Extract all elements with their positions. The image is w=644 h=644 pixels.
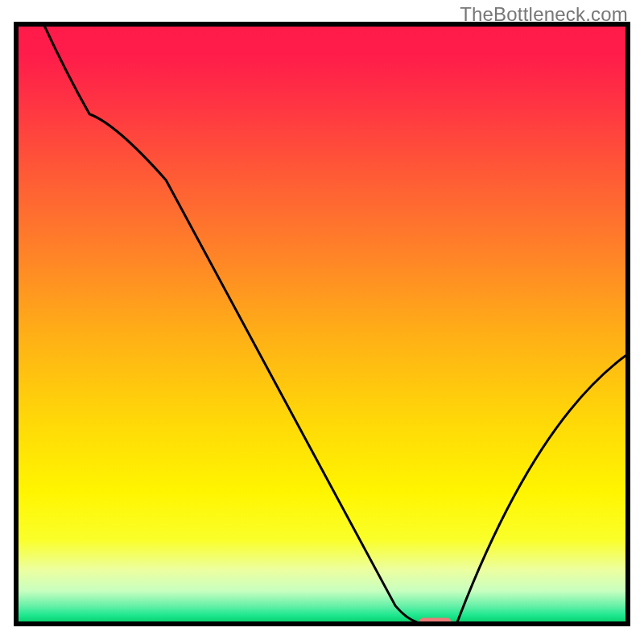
gradient-background [16,24,628,624]
chart-container: TheBottleneck.com [0,0,644,644]
bottleneck-chart [0,0,644,644]
watermark-text: TheBottleneck.com [460,3,628,26]
